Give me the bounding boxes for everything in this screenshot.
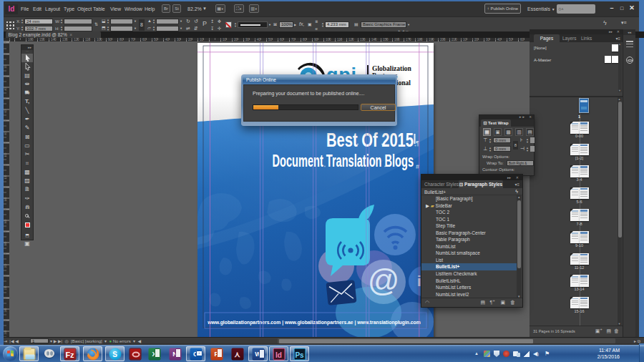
svg-text:#: # (416, 163, 419, 170)
svg-text:Document Translation Blogs: Document Translation Blogs (273, 151, 414, 170)
svg-text:@: @ (368, 263, 400, 298)
svg-text:Best Of 2015: Best Of 2015 (326, 129, 414, 151)
svg-text:Globalization: Globalization (372, 65, 412, 72)
svg-text:www.globalizationpartners.com: www.globalizationpartners.com | www.glob… (207, 320, 421, 326)
svg-text:¶: ¶ (416, 140, 419, 147)
